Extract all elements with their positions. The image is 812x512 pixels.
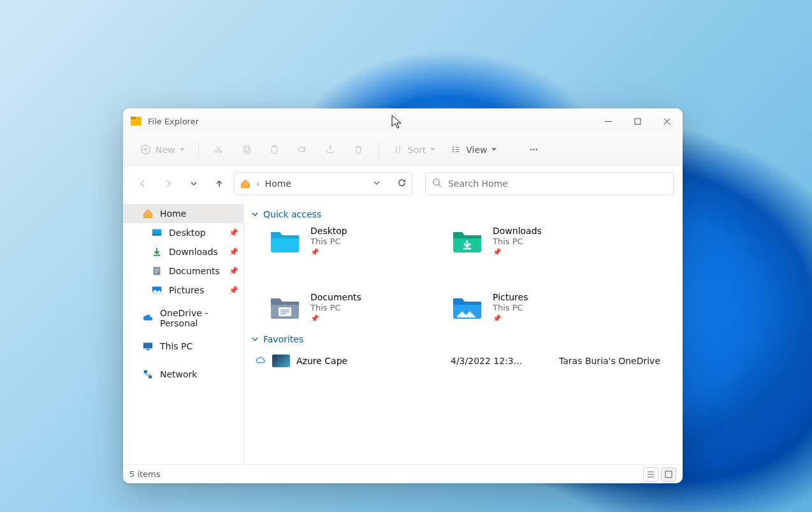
view-button[interactable]: View <box>445 140 502 159</box>
clipboard-icon <box>269 144 280 155</box>
copy-button[interactable] <box>235 138 259 162</box>
recent-locations-button[interactable] <box>183 173 205 194</box>
breadcrumb-location: Home <box>265 179 291 189</box>
plus-circle-icon <box>140 144 151 155</box>
new-label: New <box>156 145 175 155</box>
home-icon <box>142 208 154 219</box>
window-title: File Explorer <box>148 117 199 126</box>
view-icon <box>451 144 461 155</box>
tiles-view-button[interactable] <box>661 467 676 481</box>
maximize-button[interactable] <box>623 108 652 134</box>
scissors-icon <box>213 144 224 155</box>
chevron-down-icon <box>430 148 435 151</box>
sidebar-item-label: Network <box>160 369 197 379</box>
sort-label: Sort <box>408 145 426 155</box>
sidebar: Home Desktop 📌 Downloads 📌 Documents 📌 P… <box>123 201 244 464</box>
svg-rect-20 <box>143 343 152 349</box>
monitor-icon <box>142 340 154 352</box>
search-icon <box>432 178 442 190</box>
toolbar: New Sort View <box>123 134 683 166</box>
sidebar-item-thispc[interactable]: This PC <box>123 337 243 356</box>
home-icon <box>240 178 251 189</box>
pin-icon: 📌 <box>310 314 361 323</box>
folder-documents-icon <box>268 292 301 320</box>
details-view-button[interactable] <box>643 467 658 481</box>
documents-icon <box>151 265 163 277</box>
group-header-quickaccess[interactable]: Quick access <box>249 207 674 226</box>
tile-downloads[interactable]: Downloads This PC 📌 <box>451 226 597 256</box>
group-header-favorites[interactable]: Favorites <box>249 332 674 351</box>
sidebar-item-label: OneDrive - Personal <box>160 308 238 328</box>
sidebar-item-label: Home <box>160 208 186 219</box>
more-button[interactable] <box>521 138 546 162</box>
folder-pictures-icon <box>451 292 484 320</box>
sidebar-item-network[interactable]: Network <box>123 365 243 384</box>
tile-desktop[interactable]: Desktop This PC 📌 <box>268 226 415 256</box>
forward-button[interactable] <box>157 173 179 194</box>
svg-rect-5 <box>245 147 250 153</box>
sidebar-item-pictures[interactable]: Pictures 📌 <box>123 281 243 300</box>
sidebar-item-desktop[interactable]: Desktop 📌 <box>123 223 243 242</box>
pin-icon: 📌 <box>229 286 238 295</box>
svg-rect-4 <box>243 146 249 152</box>
favorite-date: 4/3/2022 12:3... <box>451 356 540 366</box>
app-icon <box>131 117 141 126</box>
cut-button[interactable] <box>207 138 231 162</box>
sort-button[interactable]: Sort <box>387 140 442 159</box>
new-button[interactable]: New <box>134 140 191 159</box>
pin-icon: 📌 <box>493 314 528 323</box>
sidebar-item-documents[interactable]: Documents 📌 <box>123 261 243 281</box>
up-button[interactable] <box>208 173 230 194</box>
titlebar[interactable]: File Explorer <box>123 108 683 134</box>
svg-rect-23 <box>149 376 152 379</box>
sidebar-item-downloads[interactable]: Downloads 📌 <box>123 242 243 261</box>
svg-rect-21 <box>146 349 149 351</box>
minimize-button[interactable] <box>593 108 623 134</box>
cloud-sync-icon <box>256 355 266 367</box>
rename-button[interactable] <box>291 138 315 162</box>
download-icon <box>151 246 163 258</box>
file-explorer-window: File Explorer New Sort <box>123 108 683 483</box>
desktop-icon <box>151 227 163 238</box>
sidebar-item-label: Downloads <box>169 247 218 257</box>
search-box[interactable] <box>425 172 674 195</box>
sidebar-item-label: This PC <box>160 341 192 351</box>
tile-documents[interactable]: Documents This PC 📌 <box>268 292 415 323</box>
svg-rect-25 <box>665 471 672 478</box>
sidebar-item-label: Documents <box>169 266 220 276</box>
back-button[interactable] <box>132 173 154 194</box>
svg-point-13 <box>533 149 534 150</box>
favorite-item[interactable]: Azure Cape 4/3/2022 12:3... Taras Buria'… <box>249 351 674 371</box>
pin-icon: 📌 <box>229 228 238 237</box>
refresh-button[interactable] <box>397 178 407 189</box>
pin-icon: 📌 <box>229 267 238 275</box>
share-icon <box>325 144 336 155</box>
dropdown-icon[interactable] <box>373 179 381 189</box>
sidebar-item-home[interactable]: Home <box>123 204 243 223</box>
sidebar-item-label: Desktop <box>169 228 206 238</box>
share-button[interactable] <box>319 138 343 162</box>
network-icon <box>142 369 154 380</box>
folder-downloads-icon <box>451 226 484 254</box>
breadcrumb[interactable]: › Home <box>234 172 412 195</box>
chevron-down-icon <box>250 335 259 344</box>
view-label: View <box>466 145 487 155</box>
chevron-down-icon <box>180 148 185 151</box>
tile-pictures[interactable]: Pictures This PC 📌 <box>451 292 597 323</box>
sidebar-item-onedrive[interactable]: OneDrive - Personal <box>123 309 243 328</box>
trash-icon <box>353 144 364 155</box>
address-row: › Home <box>123 166 683 201</box>
svg-rect-17 <box>152 234 161 236</box>
pin-icon: 📌 <box>310 248 347 256</box>
paste-button[interactable] <box>263 138 287 162</box>
svg-point-10 <box>453 149 454 150</box>
main-pane: Quick access Desktop This PC 📌 Downloads… <box>244 201 683 464</box>
sort-icon <box>393 144 403 155</box>
thumbnail <box>272 355 290 367</box>
delete-button[interactable] <box>347 138 371 162</box>
copy-icon <box>241 144 252 155</box>
ellipsis-icon <box>528 144 539 155</box>
svg-point-12 <box>530 149 532 150</box>
search-input[interactable] <box>448 179 667 189</box>
close-button[interactable] <box>652 108 681 134</box>
